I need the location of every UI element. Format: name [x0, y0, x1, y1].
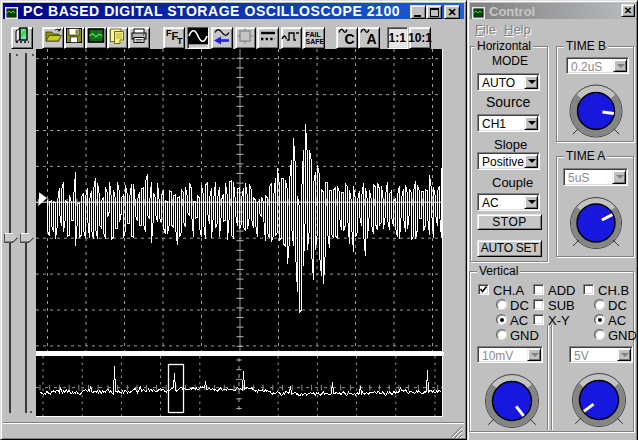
svg-text:T: T — [177, 36, 183, 46]
svg-text:A: A — [367, 31, 377, 47]
svg-text:C: C — [344, 31, 354, 47]
